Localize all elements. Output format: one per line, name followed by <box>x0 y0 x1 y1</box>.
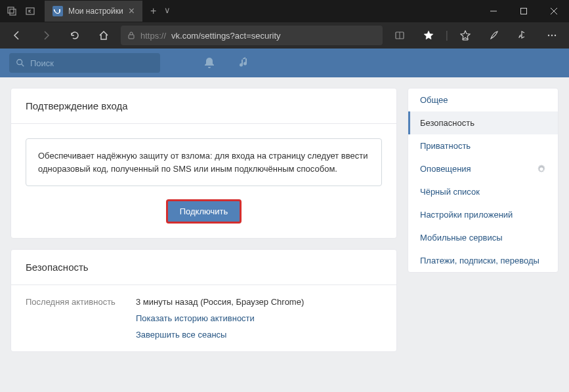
svg-point-12 <box>17 60 22 65</box>
maximize-button[interactable] <box>509 0 539 22</box>
tabs-overview-icon[interactable] <box>7 6 17 16</box>
svg-line-13 <box>22 64 24 67</box>
search-placeholder: Поиск <box>30 58 54 68</box>
security-title: Безопасность <box>11 250 396 285</box>
sidebar-item-label: Платежи, подписки, переводы <box>420 256 539 265</box>
two-factor-title: Подтверждение входа <box>11 88 396 124</box>
last-activity-value: 3 минуты назад (Россия, Браузер Chrome) <box>136 297 304 307</box>
svg-point-11 <box>555 35 556 36</box>
notifications-bell-icon[interactable] <box>203 56 216 69</box>
sidebar-item-general[interactable]: Общее <box>408 88 558 111</box>
sidebar-item-notifications[interactable]: Оповещения <box>408 157 558 180</box>
sidebar-item-apps[interactable]: Настройки приложений <box>408 203 558 226</box>
close-window-button[interactable] <box>539 0 569 22</box>
sidebar-item-label: Общее <box>420 95 448 105</box>
vk-header: Поиск <box>0 49 569 77</box>
svg-rect-1 <box>10 9 16 15</box>
vk-search-box[interactable]: Поиск <box>9 53 160 73</box>
set-aside-icon[interactable] <box>25 6 35 16</box>
url-text: vk.com/settings?act=security <box>171 31 281 41</box>
sidebar-item-label: Мобильные сервисы <box>420 233 503 243</box>
refresh-button[interactable] <box>63 24 87 47</box>
gear-icon[interactable] <box>537 165 546 174</box>
favorites-hub-icon[interactable] <box>453 24 477 47</box>
security-card: Безопасность Последняя активность 3 мину… <box>11 249 397 352</box>
svg-point-10 <box>551 35 553 36</box>
notes-icon[interactable] <box>482 24 506 47</box>
sidebar-item-label: Настройки приложений <box>420 210 513 220</box>
more-menu-icon[interactable] <box>540 24 564 47</box>
browser-titlebar: Мои настройки × + ∨ <box>0 0 569 22</box>
sidebar-item-label: Приватность <box>420 141 471 151</box>
settings-sidebar: Общее Безопасность Приватность Оповещени… <box>408 88 558 273</box>
tab-close-icon[interactable]: × <box>129 5 135 17</box>
tab-title: Мои настройки <box>68 7 123 16</box>
new-tab-button[interactable]: + <box>150 5 156 17</box>
minimize-button[interactable] <box>478 0 509 22</box>
svg-rect-0 <box>8 7 14 13</box>
browser-tab[interactable]: Мои настройки × <box>45 1 142 22</box>
forward-button[interactable] <box>34 24 58 47</box>
home-button[interactable] <box>92 24 116 47</box>
browser-toolbar: https://vk.com/settings?act=security | <box>0 22 569 49</box>
share-icon[interactable] <box>511 24 535 47</box>
music-icon[interactable] <box>238 56 251 69</box>
svg-point-9 <box>548 35 549 36</box>
sidebar-item-security[interactable]: Безопасность <box>408 111 558 134</box>
two-factor-description: Обеспечивает надёжную защиту от взлома: … <box>26 138 382 186</box>
address-bar[interactable]: https://vk.com/settings?act=security <box>121 26 383 45</box>
back-button[interactable] <box>5 24 29 47</box>
sidebar-item-label: Чёрный список <box>420 187 480 197</box>
end-all-sessions-link[interactable]: Завершить все сеансы <box>136 330 304 340</box>
sidebar-item-label: Безопасность <box>420 118 474 128</box>
sidebar-item-privacy[interactable]: Приватность <box>408 134 558 157</box>
tab-dropdown-icon[interactable]: ∨ <box>164 5 171 17</box>
sidebar-item-label: Оповещения <box>420 164 471 174</box>
two-factor-card: Подтверждение входа Обеспечивает надёжну… <box>11 88 397 239</box>
reading-view-icon[interactable] <box>388 24 411 47</box>
search-icon <box>16 58 25 68</box>
sidebar-item-mobile[interactable]: Мобильные сервисы <box>408 226 558 249</box>
show-activity-history-link[interactable]: Показать историю активности <box>136 313 304 323</box>
favorite-star-icon[interactable] <box>417 24 440 47</box>
enable-2fa-button[interactable]: Подключить <box>166 199 242 224</box>
url-protocol: https:// <box>140 31 166 41</box>
sidebar-item-blocklist[interactable]: Чёрный список <box>408 180 558 203</box>
sidebar-item-payments[interactable]: Платежи, подписки, переводы <box>408 249 558 272</box>
vk-content: Подтверждение входа Обеспечивает надёжну… <box>0 77 569 363</box>
svg-rect-4 <box>521 9 527 14</box>
svg-rect-5 <box>129 35 134 39</box>
last-activity-label: Последняя активность <box>26 297 124 340</box>
lock-icon <box>127 31 135 39</box>
vk-favicon <box>53 6 63 16</box>
svg-rect-2 <box>26 8 34 14</box>
